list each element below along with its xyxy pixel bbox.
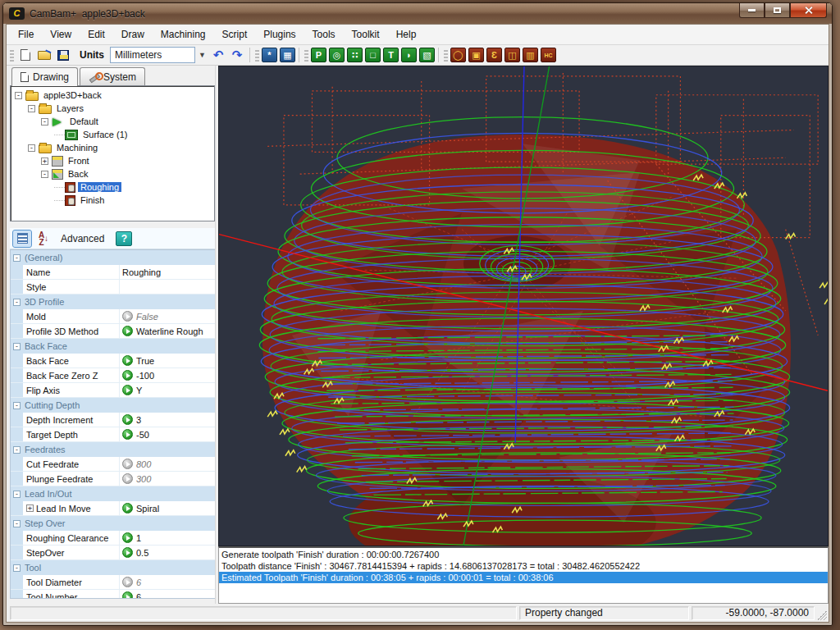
property-value[interactable]: Waterline Rough xyxy=(120,324,215,338)
property-category[interactable]: -Tool xyxy=(11,560,215,575)
property-value[interactable]: 800 xyxy=(120,457,215,471)
tree-item-layers[interactable]: Layers xyxy=(54,103,86,113)
property-value[interactable]: 6 xyxy=(120,575,215,589)
category-collapse-icon[interactable]: - xyxy=(13,299,21,306)
property-row[interactable]: NameRoughing xyxy=(11,265,215,280)
menu-script[interactable]: Script xyxy=(214,25,256,43)
category-collapse-icon[interactable]: - xyxy=(13,446,21,454)
new-file-button[interactable] xyxy=(16,47,34,64)
viewport-3d[interactable] xyxy=(218,66,829,546)
tree-item-default[interactable]: Default xyxy=(67,116,101,126)
toolbar-grip[interactable] xyxy=(444,48,448,62)
property-expander[interactable]: + xyxy=(26,504,34,512)
property-row[interactable]: Style xyxy=(11,280,215,294)
close-button[interactable] xyxy=(790,3,827,18)
grid-icon[interactable]: ▦ xyxy=(280,48,295,62)
tree-item-back[interactable]: Back xyxy=(66,169,90,179)
property-category[interactable]: -3D Profile xyxy=(11,294,215,309)
log-line[interactable]: Generate toolpath 'Finish' duration : 00… xyxy=(219,549,828,560)
tree-item-machining[interactable]: Machining xyxy=(54,143,100,153)
property-value[interactable]: True xyxy=(120,354,215,368)
tree-expander[interactable]: + xyxy=(41,158,48,165)
property-category[interactable]: -Feedrates xyxy=(11,442,215,457)
tree-item-apple3d-back[interactable]: apple3D+back xyxy=(41,90,104,100)
property-row[interactable]: MoldFalse xyxy=(11,309,215,324)
toolbar-grip[interactable] xyxy=(304,48,308,62)
menu-machining[interactable]: Machining xyxy=(153,25,214,43)
menu-edit[interactable]: Edit xyxy=(80,25,113,43)
property-value[interactable]: -100 xyxy=(120,368,215,382)
property-row[interactable]: Cut Feedrate800 xyxy=(11,457,215,472)
property-row[interactable]: Back Face Zero Z-100 xyxy=(11,368,215,383)
help-button[interactable]: ? xyxy=(116,231,132,246)
property-row[interactable]: Plunge Feedrate300 xyxy=(11,472,215,486)
menu-draw[interactable]: Draw xyxy=(113,25,153,43)
points-icon[interactable]: ∷ xyxy=(347,48,363,62)
text-icon[interactable]: T xyxy=(383,48,399,62)
property-row[interactable]: +Lead In MoveSpiral xyxy=(11,501,215,516)
engrave-op-icon[interactable]: Ɛ xyxy=(486,48,502,62)
property-row[interactable]: Flip AxisY xyxy=(11,383,215,398)
property-value[interactable]: 0.5 xyxy=(120,546,215,559)
property-row[interactable]: StepOver0.5 xyxy=(11,546,215,560)
property-value[interactable]: Roughing xyxy=(120,265,215,279)
redo-button[interactable]: ↷ xyxy=(228,47,246,64)
category-collapse-icon[interactable]: - xyxy=(13,520,21,527)
category-collapse-icon[interactable]: - xyxy=(13,343,21,350)
property-row[interactable]: Target Depth-50 xyxy=(11,427,215,442)
property-value[interactable]: 1 xyxy=(120,531,215,545)
property-value[interactable]: Y xyxy=(120,383,215,397)
menu-plugins[interactable]: Plugins xyxy=(255,25,304,43)
minimize-button[interactable] xyxy=(739,3,765,18)
category-collapse-icon[interactable]: - xyxy=(13,402,21,409)
toolbar-grip[interactable] xyxy=(255,48,259,62)
toolbar-grip[interactable] xyxy=(10,48,14,62)
property-value[interactable]: -50 xyxy=(120,427,215,441)
tree-expander[interactable]: - xyxy=(41,118,48,126)
tree-item-roughing[interactable]: Roughing xyxy=(78,182,121,192)
zoom-fit-icon[interactable]: * xyxy=(262,48,277,62)
property-category[interactable]: -Cutting Depth xyxy=(11,398,215,413)
tree-item-front[interactable]: Front xyxy=(66,156,92,166)
property-value[interactable]: 6 xyxy=(120,590,215,599)
category-collapse-icon[interactable]: - xyxy=(13,564,21,572)
categorized-view-button[interactable] xyxy=(13,231,31,247)
property-value[interactable]: 300 xyxy=(120,472,215,486)
property-row[interactable]: Depth Increment3 xyxy=(11,413,215,427)
tab-system[interactable]: System xyxy=(80,67,145,85)
arc-icon[interactable]: ◗ xyxy=(401,48,417,62)
property-value[interactable]: False xyxy=(120,309,215,323)
profile3d-op-icon[interactable]: ▥ xyxy=(523,48,538,62)
property-value[interactable] xyxy=(120,280,215,294)
property-category[interactable]: -(General) xyxy=(11,250,215,265)
property-row[interactable]: Roughing Clearance1 xyxy=(11,531,215,546)
title-bar[interactable]: C CamBam+ apple3D+back xyxy=(3,3,832,24)
resize-grip[interactable] xyxy=(817,610,827,620)
profile-op-icon[interactable]: ◯ xyxy=(450,48,466,62)
category-collapse-icon[interactable]: - xyxy=(13,491,21,498)
tab-drawing[interactable]: Drawing xyxy=(11,67,78,86)
open-file-button[interactable] xyxy=(35,47,53,64)
save-file-button[interactable] xyxy=(54,47,72,64)
surface-icon[interactable]: ▧ xyxy=(419,48,435,62)
units-dropdown-arrow-icon[interactable]: ▼ xyxy=(196,47,208,63)
gcode-op-icon[interactable]: HC xyxy=(541,48,556,62)
undo-button[interactable]: ↶ xyxy=(209,47,227,64)
property-row[interactable]: Back FaceTrue xyxy=(11,354,215,368)
units-select[interactable]: Millimeters xyxy=(110,47,195,63)
tree-expander[interactable]: - xyxy=(15,92,22,99)
property-row[interactable]: Profile 3D MethodWaterline Rough xyxy=(11,324,215,339)
menu-file[interactable]: File xyxy=(10,25,42,43)
menu-help[interactable]: Help xyxy=(388,25,425,43)
property-value[interactable]: 3 xyxy=(120,413,215,427)
rectangle-icon[interactable]: □ xyxy=(365,48,381,62)
property-row[interactable]: Tool Diameter6 xyxy=(11,575,215,590)
maximize-button[interactable] xyxy=(765,3,790,18)
menu-view[interactable]: View xyxy=(42,25,80,43)
alphabetical-sort-button[interactable]: AZ↓ xyxy=(34,231,52,247)
tree-expander[interactable]: - xyxy=(41,171,48,178)
pocket-op-icon[interactable]: ▣ xyxy=(468,48,484,62)
menu-toolkit[interactable]: Toolkit xyxy=(344,25,388,43)
tree-expander[interactable]: - xyxy=(28,105,35,112)
property-category[interactable]: -Lead In/Out xyxy=(11,486,215,501)
